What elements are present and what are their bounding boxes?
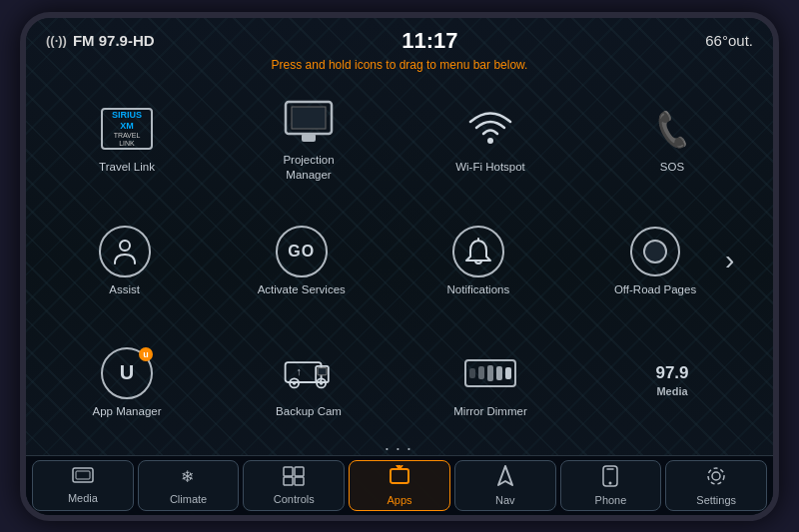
nav-nav-svg — [495, 465, 515, 487]
projection-svg — [282, 100, 336, 144]
mirror-dimmer-label: Mirror Dimmer — [453, 404, 526, 419]
off-road-label: Off-Road Pages — [614, 282, 696, 297]
settings-nav-svg — [705, 465, 727, 487]
travel-link-item[interactable]: SIRIUS XM TRAVEL LINK Travel Link — [62, 102, 192, 175]
dim-bar-1 — [469, 368, 475, 378]
notifications-icon — [451, 225, 505, 278]
svg-point-26 — [609, 481, 612, 484]
climate-nav-svg: ❄ — [179, 466, 199, 486]
media-text: 97.9 Media — [655, 353, 688, 407]
dim-bar-4 — [496, 366, 502, 380]
projection-manager-icon — [282, 95, 336, 149]
apps-nav-svg — [389, 465, 410, 487]
temperature-display: 66°out. — [705, 32, 753, 49]
svg-rect-21 — [391, 469, 408, 483]
nav-navigation[interactable]: Nav — [454, 460, 556, 511]
bottom-nav-bar: Media ❄ Climate — [26, 455, 773, 515]
nav-controls-icon — [283, 466, 305, 491]
svg-rect-2 — [302, 134, 316, 142]
media-979-item[interactable]: 97.9 Media — [607, 353, 737, 411]
grid-row-3: U u App Manager — [36, 321, 763, 443]
activate-services-item[interactable]: GO Activate Services — [237, 225, 367, 297]
backup-cam-label: Backup Cam — [276, 404, 342, 419]
svg-rect-8 — [318, 367, 327, 374]
nav-controls[interactable]: Controls — [243, 460, 345, 511]
wifi-hotspot-icon — [463, 102, 517, 156]
mirror-dimmer-item[interactable]: Mirror Dimmer — [425, 346, 555, 419]
assist-item[interactable]: Assist — [60, 225, 190, 297]
nav-navigation-label: Nav — [495, 494, 515, 506]
app-badge: u — [139, 347, 153, 361]
radio-station: FM 97.9-HD — [73, 32, 155, 49]
nav-phone[interactable]: Phone — [560, 460, 662, 511]
media-freq: 97.9 — [655, 362, 688, 384]
projection-manager-item[interactable]: ProjectionManager — [244, 95, 374, 183]
off-road-section: Off-Road Pages › — [590, 225, 739, 297]
svg-point-12 — [320, 381, 324, 385]
travel-link-badge: SIRIUS XM TRAVEL LINK — [101, 108, 153, 150]
nav-apps-label: Apps — [387, 494, 411, 506]
sos-item[interactable]: 📞 SOS — [607, 102, 737, 175]
notifications-item[interactable]: Notifications — [413, 225, 543, 297]
nav-apps[interactable]: Apps — [349, 460, 450, 511]
tire-circle — [630, 227, 680, 276]
svg-point-10 — [293, 381, 297, 385]
nav-climate-icon: ❄ — [179, 466, 199, 491]
dim-bar-5 — [505, 367, 511, 379]
nav-settings-icon — [705, 465, 727, 492]
backup-cam-icon: ↑ — [282, 346, 336, 400]
svg-rect-1 — [292, 107, 326, 129]
phone-icon: 📞 — [650, 107, 695, 150]
app-manager-label: App Manager — [92, 404, 161, 419]
media-979-icon: 97.9 Media — [645, 353, 699, 407]
nav-settings-label: Settings — [696, 494, 736, 506]
appmanager-circle: U u — [101, 347, 153, 399]
svg-rect-19 — [284, 477, 293, 485]
radio-info: ((·)) FM 97.9-HD — [46, 32, 155, 49]
svg-marker-24 — [498, 466, 512, 485]
media-nav-svg — [72, 467, 94, 485]
svg-rect-15 — [76, 471, 90, 479]
activate-services-icon: GO — [275, 225, 329, 278]
nav-media-label: Media — [68, 492, 98, 504]
go-circle: GO — [276, 226, 328, 277]
chevron-right-icon[interactable]: › — [720, 245, 739, 276]
nav-climate[interactable]: ❄ Climate — [138, 460, 240, 511]
sos-label: SOS — [660, 160, 684, 175]
phone-nav-svg — [602, 465, 618, 487]
nav-phone-icon — [602, 465, 618, 492]
main-screen: ((·)) FM 97.9-HD 11:17 66°out. Press and… — [20, 12, 779, 521]
assist-label: Assist — [109, 282, 140, 297]
nav-settings[interactable]: Settings — [665, 460, 767, 511]
nav-nav-icon — [495, 465, 515, 492]
nav-media-icon — [72, 467, 94, 490]
svg-rect-17 — [284, 467, 293, 476]
notifications-label: Notifications — [447, 282, 510, 297]
app-manager-item[interactable]: U u App Manager — [62, 346, 192, 419]
off-road-icon — [628, 225, 682, 278]
content-area: ((·)) FM 97.9-HD 11:17 66°out. Press and… — [26, 18, 773, 515]
page-dots: • • • — [26, 444, 773, 455]
wifi-svg — [463, 107, 517, 151]
antenna-icon: ((·)) — [46, 33, 67, 48]
assist-circle — [99, 226, 151, 277]
svg-text:↑: ↑ — [296, 365, 301, 377]
svg-text:❄: ❄ — [181, 468, 194, 485]
header-bar: ((·)) FM 97.9-HD 11:17 66°out. — [26, 18, 773, 58]
tire-inner — [643, 240, 667, 264]
nav-climate-label: Climate — [170, 493, 207, 505]
travel-link-label: Travel Link — [99, 160, 155, 175]
u-letter: U — [120, 361, 134, 384]
wifi-hotspot-item[interactable]: Wi-Fi Hotspot — [425, 102, 555, 175]
backup-cam-item[interactable]: ↑ Backup Cam — [244, 346, 374, 419]
dim-bar-3 — [487, 365, 493, 381]
projection-manager-label: ProjectionManager — [283, 153, 334, 183]
grid-row-1: SIRIUS XM TRAVEL LINK Travel Link — [36, 78, 763, 200]
media-word: Media — [656, 384, 687, 398]
nav-controls-label: Controls — [274, 493, 315, 505]
mirror-dimmer-icon — [463, 346, 517, 400]
nav-media[interactable]: Media — [32, 460, 134, 511]
truck-svg: ↑ — [282, 351, 336, 395]
svg-point-4 — [487, 138, 493, 144]
off-road-pages-item[interactable]: Off-Road Pages — [590, 225, 720, 297]
